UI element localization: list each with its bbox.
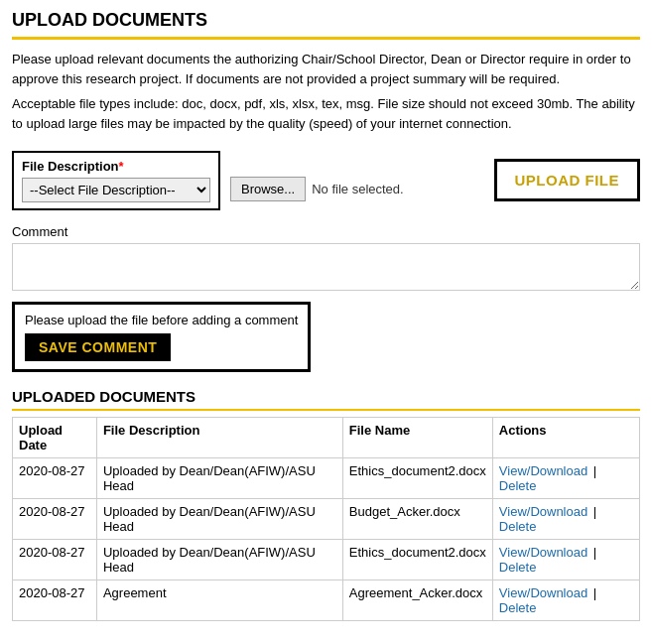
cell-description: Uploaded by Dean/Dean(AFIW)/ASU Head [96,458,342,499]
view-download-link[interactable]: View/Download [499,463,587,478]
view-download-link[interactable]: View/Download [499,585,587,600]
comment-section: Comment Please upload the file before ad… [12,224,640,372]
table-row: 2020-08-27 Agreement Agreement_Acker.doc… [13,580,640,621]
cell-filename: Ethics_document2.docx [342,540,492,580]
cell-actions: View/Download | Delete [492,580,639,621]
delete-link[interactable]: Delete [499,478,537,493]
delete-link[interactable]: Delete [499,519,537,534]
cell-filename: Budget_Acker.docx [342,499,492,540]
description-text-1: Please upload relevant documents the aut… [12,50,640,88]
cell-filename: Agreement_Acker.docx [342,580,492,621]
table-row: 2020-08-27 Uploaded by Dean/Dean(AFIW)/A… [13,458,640,499]
cell-actions: View/Download | Delete [492,499,639,540]
cell-description: Agreement [96,580,342,621]
file-desc-label: File Description* [22,159,210,174]
cell-date: 2020-08-27 [13,458,97,499]
col-upload-date: Upload Date [13,418,97,458]
save-comment-box: Please upload the file before adding a c… [12,302,311,372]
description-text-2: Acceptable file types include: doc, docx… [12,94,640,133]
delete-link[interactable]: Delete [499,600,537,615]
browse-area: Browse... No file selected. [230,177,404,201]
save-comment-button[interactable]: SAVE COMMENT [25,333,171,361]
view-download-link[interactable]: View/Download [499,545,587,560]
upload-file-button[interactable]: UPLOAD FILE [494,159,641,201]
browse-button[interactable]: Browse... [230,177,306,201]
cell-actions: View/Download | Delete [492,458,639,499]
col-file-name: File Name [342,418,492,458]
col-actions: Actions [492,418,639,458]
uploaded-docs-title: UPLOADED DOCUMENTS [12,388,640,411]
table-row: 2020-08-27 Uploaded by Dean/Dean(AFIW)/A… [13,499,640,540]
cell-filename: Ethics_document2.docx [342,458,492,499]
page-title: UPLOAD DOCUMENTS [12,10,640,40]
cell-date: 2020-08-27 [13,580,97,621]
uploaded-docs-table: Upload Date File Description File Name A… [12,417,640,621]
view-download-link[interactable]: View/Download [499,504,587,519]
cell-date: 2020-08-27 [13,499,97,540]
cell-description: Uploaded by Dean/Dean(AFIW)/ASU Head [96,499,342,540]
table-row: 2020-08-27 Uploaded by Dean/Dean(AFIW)/A… [13,540,640,580]
cell-actions: View/Download | Delete [492,540,639,580]
warning-text: Please upload the file before adding a c… [25,313,298,327]
col-file-description: File Description [96,418,342,458]
cell-date: 2020-08-27 [13,540,97,580]
file-desc-select[interactable]: --Select File Description-- [22,178,210,202]
comment-label: Comment [12,224,640,239]
cell-description: Uploaded by Dean/Dean(AFIW)/ASU Head [96,540,342,580]
no-file-text: No file selected. [312,182,404,196]
delete-link[interactable]: Delete [499,560,537,575]
comment-textarea[interactable] [12,243,640,291]
file-description-box: File Description* --Select File Descript… [12,151,220,210]
